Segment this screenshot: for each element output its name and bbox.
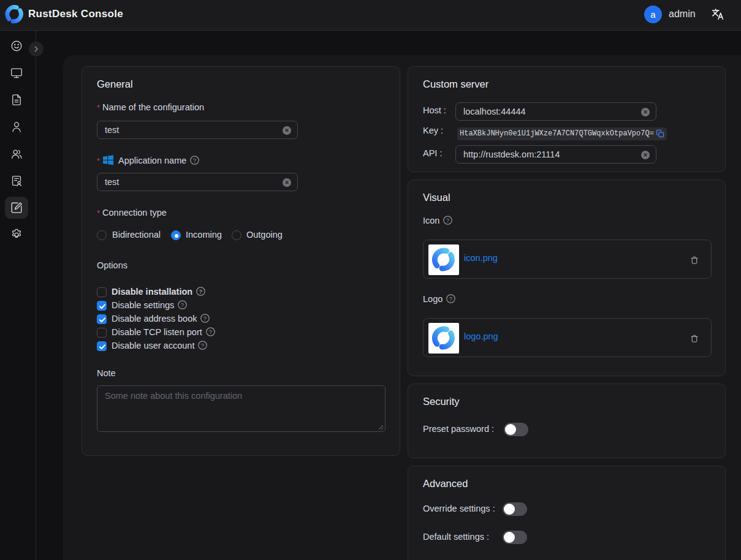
svg-text:?: ?	[209, 328, 212, 335]
svg-text:?: ?	[449, 295, 452, 302]
svg-text:?: ?	[181, 301, 184, 308]
svg-text:?: ?	[203, 314, 207, 321]
svg-text:?: ?	[446, 217, 449, 224]
svg-text:?: ?	[201, 341, 204, 348]
svg-text:?: ?	[199, 287, 203, 294]
svg-text:?: ?	[193, 157, 196, 164]
